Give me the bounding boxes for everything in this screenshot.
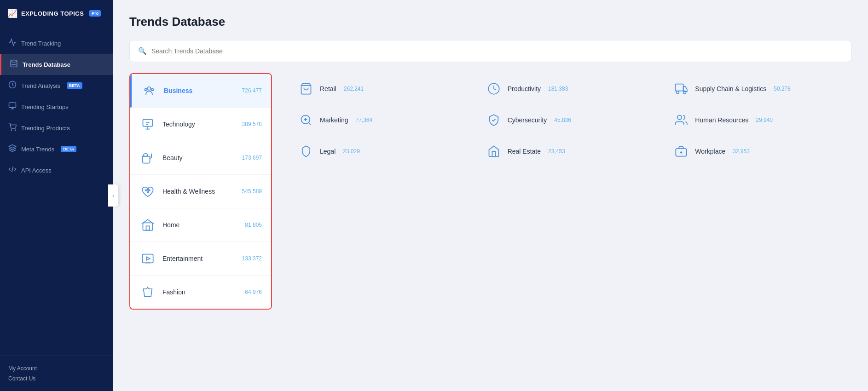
svg-point-9 (151, 88, 154, 91)
right-category-item[interactable]: Cybersecurity 45,836 (476, 104, 664, 136)
category-name: Cybersecurity (508, 116, 547, 124)
category-count: 173,697 (242, 155, 262, 161)
page-title: Trends Database (129, 15, 851, 29)
category-icon (486, 112, 502, 128)
sidebar-nav: Trend Tracking Trends Database Trend Ana… (0, 27, 113, 356)
category-icon (298, 112, 314, 128)
category-name: Fashion (162, 288, 238, 296)
category-icon (298, 143, 314, 160)
sidebar-item-label: API Access (21, 167, 52, 174)
svg-rect-2 (9, 103, 16, 108)
right-panel: Retail 262,241 Productivity 181,383 Supp… (272, 73, 851, 310)
right-grid: Retail 262,241 Productivity 181,383 Supp… (289, 73, 851, 167)
category-name: Legal (320, 148, 336, 155)
category-count: 50,278 (774, 86, 791, 92)
logo-text: EXPLODING TOPICS (21, 10, 84, 17)
sidebar-item-label: Trends Database (23, 61, 70, 68)
left-category-item[interactable]: Home 81,805 (130, 208, 271, 242)
my-account-link[interactable]: My Account (8, 363, 104, 374)
svg-point-8 (145, 88, 147, 91)
category-icon (139, 183, 156, 200)
right-category-item[interactable]: Real Estate 23,453 (476, 136, 664, 167)
right-category-item[interactable]: Supply Chain & Logistics 50,278 (664, 73, 851, 104)
category-name: Productivity (508, 85, 541, 92)
svg-rect-18 (675, 84, 683, 91)
category-icon (298, 80, 314, 97)
right-category-item[interactable]: Human Resources 29,940 (664, 104, 851, 136)
sidebar-item-trends-database[interactable]: Trends Database (0, 54, 113, 75)
category-name: Technology (162, 121, 236, 128)
category-name: Marketing (320, 116, 348, 124)
category-name: Workplace (695, 148, 725, 155)
category-name: Business (164, 87, 236, 94)
sidebar-item-meta-trends[interactable]: Meta Trends BETA (0, 138, 113, 160)
category-name: Entertainment (162, 255, 236, 262)
right-category-item[interactable]: Productivity 181,383 (476, 73, 664, 104)
sidebar-item-trending-products[interactable]: Trending Products (0, 117, 113, 138)
sidebar-footer: My Account Contact Us (0, 356, 113, 391)
category-count: 262,241 (344, 86, 364, 92)
category-name: Human Resources (695, 116, 748, 124)
category-name: Beauty (162, 154, 236, 161)
right-category-item[interactable]: Retail 262,241 (289, 73, 476, 104)
svg-point-7 (148, 87, 151, 90)
category-count: 545,589 (242, 188, 262, 195)
svg-point-5 (11, 130, 12, 131)
category-count: 45,836 (554, 117, 571, 123)
left-panel-scroll[interactable]: Business 726,477 Technology 389,578 Beau… (130, 74, 271, 309)
sidebar-item-api-access[interactable]: API Access (0, 160, 113, 181)
svg-point-6 (15, 130, 16, 131)
category-icon (139, 116, 156, 132)
category-count: 181,383 (548, 86, 568, 92)
chart-icon (8, 38, 17, 48)
category-icon (673, 112, 689, 128)
sidebar-item-trend-tracking[interactable]: Trend Tracking (0, 33, 113, 54)
sidebar-item-label: Trend Analysis (21, 82, 60, 89)
right-category-item[interactable]: Legal 23,029 (289, 136, 476, 167)
svg-rect-13 (142, 254, 153, 263)
sidebar-item-label: Trend Tracking (21, 40, 61, 47)
api-icon (8, 165, 17, 175)
left-category-item[interactable]: Health & Wellness 545,589 (130, 175, 271, 208)
left-panel: Business 726,477 Technology 389,578 Beau… (129, 73, 272, 310)
sidebar-collapse-handle[interactable]: ‹ (108, 184, 118, 207)
search-input[interactable] (151, 47, 843, 55)
category-count: 23,453 (548, 148, 565, 155)
category-icon (141, 82, 157, 99)
left-category-item[interactable]: Business 726,477 (130, 74, 271, 108)
left-category-item[interactable]: Entertainment 133,372 (130, 242, 271, 276)
category-name: Home (162, 221, 238, 229)
logo-icon: 📈 (7, 8, 17, 18)
category-icon (139, 150, 156, 166)
sidebar-item-label: Trending Startups (21, 104, 69, 110)
beta-badge: BETA (67, 82, 82, 89)
category-count: 389,578 (242, 121, 262, 127)
right-category-item[interactable]: Marketing 77,364 (289, 104, 476, 136)
svg-point-0 (11, 60, 17, 63)
category-name: Supply Chain & Logistics (695, 85, 766, 92)
category-icon (486, 143, 502, 160)
sidebar-item-label: Meta Trends (21, 146, 54, 153)
left-category-item[interactable]: Beauty 173,697 (130, 141, 271, 175)
category-count: 77,364 (355, 117, 372, 123)
startups-icon (8, 102, 17, 112)
category-count: 133,372 (242, 255, 262, 262)
sidebar-item-trend-analysis[interactable]: Trend Analysis BETA (0, 75, 113, 96)
category-icon (673, 80, 689, 97)
svg-marker-14 (147, 257, 150, 260)
left-category-item[interactable]: Technology 389,578 (130, 108, 271, 141)
contact-us-link[interactable]: Contact Us (8, 374, 104, 384)
sidebar-item-label: Trending Products (21, 125, 70, 132)
category-icon (139, 284, 156, 300)
meta-icon (8, 144, 17, 154)
sidebar-item-trending-startups[interactable]: Trending Startups (0, 96, 113, 117)
left-category-item[interactable]: Fashion 64,976 (130, 276, 271, 309)
category-name: Real Estate (508, 148, 541, 155)
category-count: 23,029 (343, 148, 360, 155)
category-icon (673, 143, 689, 160)
right-category-item[interactable]: Workplace 32,953 (664, 136, 851, 167)
search-bar: 🔍 (129, 40, 851, 62)
category-icon (139, 217, 156, 233)
svg-point-19 (677, 91, 679, 94)
database-icon (10, 59, 18, 69)
